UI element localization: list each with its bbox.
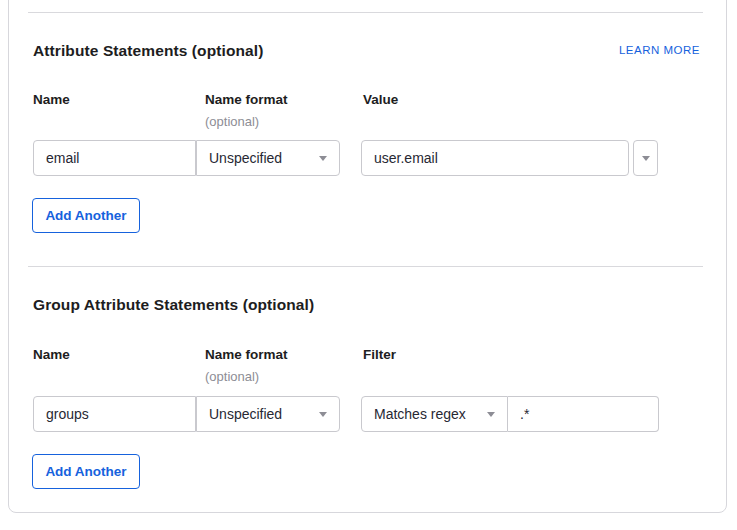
- settings-card: [8, 0, 727, 513]
- attribute-value-expression-dropdown-button[interactable]: [633, 140, 658, 176]
- group-attribute-name-format-select[interactable]: Unspecified: [196, 396, 340, 432]
- attribute-name-format-value: Unspecified: [209, 150, 282, 166]
- attribute-name-input[interactable]: [33, 140, 196, 176]
- section-divider: [28, 266, 703, 267]
- chevron-down-icon: [642, 156, 650, 161]
- column-label-name-format: Name format: [205, 92, 288, 107]
- chevron-down-icon: [319, 412, 327, 417]
- column-label-name: Name: [33, 92, 70, 107]
- column-label-value: Value: [363, 92, 398, 107]
- column-label-name: Name: [33, 347, 70, 362]
- group-attribute-name-format-value: Unspecified: [209, 406, 282, 422]
- group-filter-operator-select[interactable]: Matches regex: [361, 396, 508, 432]
- name-format-optional-note: (optional): [205, 114, 259, 129]
- learn-more-link[interactable]: LEARN MORE: [619, 44, 700, 56]
- group-filter-value-input[interactable]: [508, 396, 659, 432]
- group-attribute-name-input[interactable]: [33, 396, 196, 432]
- column-label-name-format: Name format: [205, 347, 288, 362]
- chevron-down-icon: [487, 412, 495, 417]
- attribute-value-input[interactable]: [361, 140, 629, 176]
- add-another-attribute-button[interactable]: Add Another: [32, 198, 140, 233]
- group-filter-operator-value: Matches regex: [374, 406, 466, 422]
- column-label-filter: Filter: [363, 347, 396, 362]
- attribute-name-format-select[interactable]: Unspecified: [196, 140, 340, 176]
- chevron-down-icon: [319, 156, 327, 161]
- attribute-statements-title: Attribute Statements (optional): [33, 42, 263, 60]
- section-divider: [28, 12, 703, 13]
- group-attribute-statements-title: Group Attribute Statements (optional): [33, 296, 314, 314]
- name-format-optional-note: (optional): [205, 369, 259, 384]
- add-another-group-attribute-button[interactable]: Add Another: [32, 454, 140, 489]
